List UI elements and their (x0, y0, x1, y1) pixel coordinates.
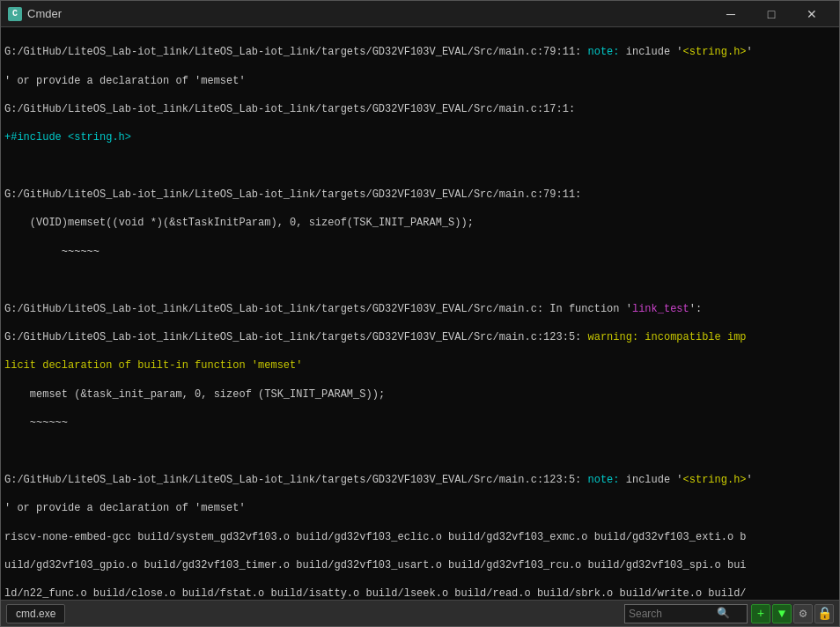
main-window: C Cmder ─ □ ✕ G:/GitHub/LiteOS_Lab-iot_l… (0, 0, 840, 627)
terminal-line: (VOID)memset((void *)(&stTaskInitParam),… (4, 216, 836, 230)
bottom-bar: cmd.exe 🔍 + ▼ ⚙ 🔒 (1, 600, 839, 626)
terminal-line (4, 444, 836, 458)
terminal-line: G:/GitHub/LiteOS_Lab-iot_link/LiteOS_Lab… (4, 330, 836, 344)
terminal-line: G:/GitHub/LiteOS_Lab-iot_link/LiteOS_Lab… (4, 188, 836, 202)
terminal-line: ~~~~~~ (4, 416, 836, 430)
bottom-action-icons: + ▼ ⚙ 🔒 (751, 604, 834, 623)
terminal-output: G:/GitHub/LiteOS_Lab-iot_link/LiteOS_Lab… (1, 27, 839, 600)
terminal-line: ' or provide a declaration of 'memset' (4, 501, 836, 515)
terminal-line (4, 159, 836, 173)
add-tab-button[interactable]: + (751, 604, 770, 623)
app-icon: C (8, 7, 22, 21)
terminal-line: G:/GitHub/LiteOS_Lab-iot_link/LiteOS_Lab… (4, 45, 836, 59)
terminal-line: +#include <string.h> (4, 130, 836, 144)
title-bar: C Cmder ─ □ ✕ (1, 1, 839, 27)
terminal-line: uild/gd32vf103_gpio.o build/gd32vf103_ti… (4, 558, 836, 572)
minimize-button[interactable]: ─ (711, 1, 751, 27)
terminal-line: ld/n22_func.o build/close.o build/fstat.… (4, 586, 836, 600)
terminal-line: ~~~~~~ (4, 245, 836, 259)
terminal-tab[interactable]: cmd.exe (6, 604, 65, 623)
dropdown-button[interactable]: ▼ (772, 604, 792, 623)
search-input[interactable] (629, 608, 717, 620)
terminal-line: licit declaration of built-in function '… (4, 358, 836, 373)
close-button[interactable]: ✕ (792, 1, 832, 27)
maximize-button[interactable]: □ (751, 1, 792, 27)
terminal-line (4, 273, 836, 287)
terminal-line: riscv-none-embed-gcc build/system_gd32vf… (4, 530, 836, 544)
terminal-line: G:/GitHub/LiteOS_Lab-iot_link/LiteOS_Lab… (4, 102, 836, 116)
window-controls: ─ □ ✕ (711, 1, 832, 27)
terminal-line: G:/GitHub/LiteOS_Lab-iot_link/LiteOS_Lab… (4, 302, 836, 316)
settings-icon[interactable]: ⚙ (793, 604, 813, 623)
window-title: Cmder (27, 7, 711, 20)
lock-icon[interactable]: 🔒 (814, 604, 834, 623)
search-icon: 🔍 (717, 607, 730, 620)
search-box[interactable]: 🔍 (624, 604, 748, 623)
terminal-line: G:/GitHub/LiteOS_Lab-iot_link/LiteOS_Lab… (4, 473, 836, 487)
terminal-line: ' or provide a declaration of 'memset' (4, 74, 836, 88)
terminal-line: memset (&task_init_param, 0, sizeof (TSK… (4, 387, 836, 402)
